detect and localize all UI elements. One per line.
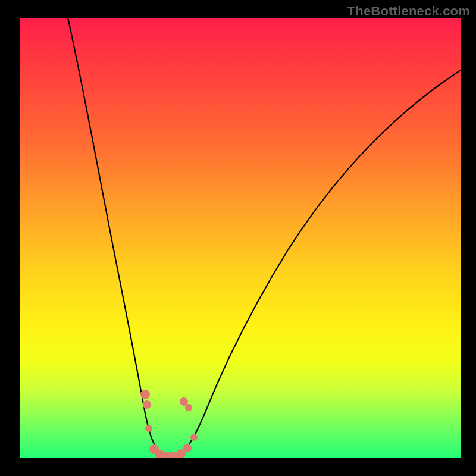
chart-frame: TheBottleneck.com bbox=[0, 0, 476, 476]
watermark-label: TheBottleneck.com bbox=[347, 4, 470, 19]
marker-group bbox=[140, 390, 198, 458]
curve-svg bbox=[20, 18, 461, 458]
data-marker bbox=[143, 400, 151, 409]
plot-area bbox=[20, 18, 461, 458]
data-marker bbox=[190, 434, 198, 441]
curve-right bbox=[175, 70, 461, 456]
data-marker bbox=[183, 444, 192, 452]
data-marker bbox=[145, 425, 152, 432]
curve-left bbox=[68, 18, 166, 456]
data-marker bbox=[140, 390, 150, 399]
data-marker bbox=[185, 404, 192, 411]
